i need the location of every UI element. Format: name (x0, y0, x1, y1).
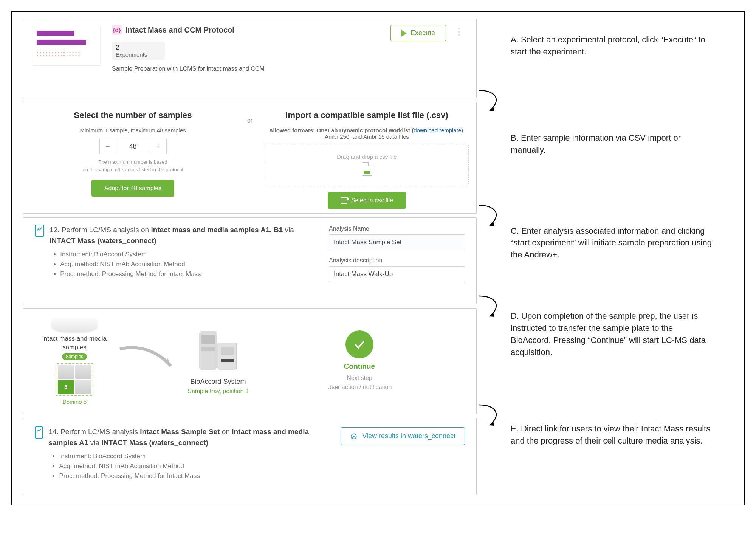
svg-rect-2 (201, 335, 215, 344)
select-samples-sub: Minimum 1 sample, maximum 48 samples (31, 127, 235, 133)
analysis-desc-input[interactable] (329, 266, 465, 282)
csv-file-icon: ↓ (362, 162, 372, 176)
step-e-details: Instrument: BioAccord System Acq. method… (59, 453, 327, 480)
analysis-name-input[interactable] (329, 234, 465, 250)
adapt-button[interactable]: Adapt for 48 samples (91, 180, 174, 197)
step-c-details: Instrument: BioAccord System Acq. method… (60, 251, 318, 278)
plate-label: intact mass and media samples (39, 335, 110, 351)
annotation-c: C. Enter analysis associated information… (511, 225, 715, 261)
play-icon (401, 30, 407, 37)
protocol-description: Sample Preparation with LCMS for intact … (112, 65, 379, 72)
drop-text: Drag and drop a csv file (337, 154, 397, 160)
panel-step-b: Select the number of samples Minimum 1 s… (23, 102, 477, 214)
position-label: Sample tray, position 1 (182, 388, 254, 395)
experiments-label: Experiments (116, 51, 161, 58)
increment-button[interactable]: + (150, 139, 167, 154)
sample-count-stepper[interactable]: − 48 + (31, 139, 235, 154)
samples-tag: Samples (62, 353, 87, 360)
sample-note: The maximum number is based on the sampl… (31, 158, 235, 173)
import-heading: Import a compatible sample list file (.c… (265, 110, 469, 120)
protocol-icon: {d} (112, 25, 122, 35)
view-results-button[interactable]: View results in waters_connect (341, 427, 465, 445)
svg-rect-6 (221, 359, 234, 362)
domino-layout (56, 363, 93, 396)
analysis-icon (35, 426, 43, 439)
plate-icon (52, 317, 97, 332)
success-check-icon (345, 330, 373, 358)
protocol-title: Intact Mass and CCM Protocol (125, 26, 234, 34)
select-csv-button[interactable]: Select a csv file (328, 192, 406, 209)
svg-marker-7 (352, 436, 353, 439)
analysis-desc-label: Analysis description (329, 257, 465, 264)
panel-step-c: 12. Perform LC/MS analysis on intact mas… (23, 217, 477, 304)
protocol-thumbnail (33, 25, 101, 66)
panel-step-d: intact mass and media samples Samples Do… (23, 308, 477, 414)
svg-rect-5 (221, 347, 234, 355)
or-separator: or (242, 102, 257, 213)
step-e-title: 14. Perform LC/MS analysis Intact Mass S… (48, 426, 327, 448)
domino-label: Domino 5 (39, 399, 110, 405)
svg-marker-12 (490, 422, 494, 426)
svg-point-8 (353, 436, 355, 437)
overflow-menu-icon[interactable]: ⋮ (451, 25, 467, 39)
refresh-icon (350, 433, 358, 440)
panel-step-e: 14. Perform LC/MS analysis Intact Mass S… (23, 418, 477, 495)
sample-count-value[interactable]: 48 (116, 139, 150, 154)
continue-button[interactable]: Continue (258, 362, 461, 371)
step-c-title: 12. Perform LC/MS analysis on intact mas… (50, 225, 318, 246)
annotation-b: B. Enter sample information via CSV impo… (511, 132, 715, 156)
svg-marker-11 (490, 313, 494, 317)
analysis-name-label: Analysis Name (329, 225, 465, 232)
analysis-icon (35, 225, 44, 237)
svg-rect-3 (201, 347, 215, 351)
svg-marker-10 (490, 222, 494, 226)
annotation-a: A. Select an experimental protocol, clic… (511, 34, 715, 58)
instrument-icon (197, 328, 239, 373)
panel-step-a: {d} Intact Mass and CCM Protocol 2 Exper… (23, 19, 477, 98)
execute-button[interactable]: Execute (390, 25, 446, 41)
decrement-button[interactable]: − (99, 139, 116, 154)
import-sub: Allowed formats: OneLab Dynamic protocol… (265, 127, 469, 140)
select-samples-heading: Select the number of samples (31, 110, 235, 120)
execute-label: Execute (411, 29, 435, 37)
export-icon (341, 197, 347, 204)
experiments-count-box: 2 Experiments (112, 42, 165, 60)
annotation-e: E. Direct link for users to view their I… (511, 423, 715, 447)
download-template-link[interactable]: download template (414, 127, 461, 133)
continue-sub: Next step User action / notification (258, 374, 461, 392)
system-label: BioAccord System (182, 378, 254, 386)
flow-arrows (480, 19, 507, 495)
annotation-d: D. Upon completion of the sample prep, t… (511, 310, 715, 358)
csv-dropzone[interactable]: Drag and drop a csv file ↓ (265, 144, 469, 185)
svg-marker-9 (490, 107, 494, 111)
transfer-arrow-icon (114, 343, 178, 379)
experiments-count: 2 (116, 44, 161, 51)
